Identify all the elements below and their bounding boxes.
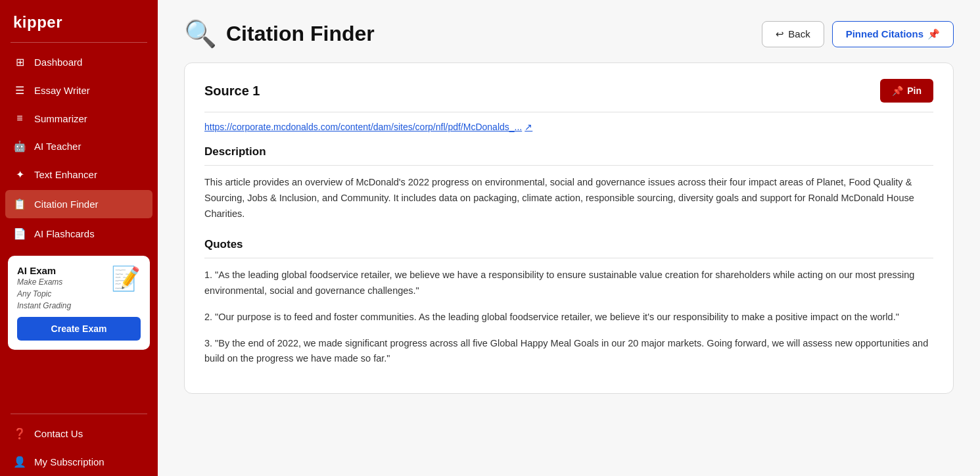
quote-item-1: 1. "As the leading global foodservice re… <box>204 268 933 299</box>
description-heading: Description <box>204 145 933 158</box>
back-button[interactable]: ↩ Back <box>762 21 824 47</box>
quote-item-2: 2. "Our purpose is to feed and foster co… <box>204 310 933 325</box>
sidebar-item-contact-us[interactable]: ❓ Contact Us <box>0 419 158 448</box>
ai-exam-subtitle: Make Exams Any Topic Instant Grading <box>17 276 71 312</box>
sidebar: kipper ⊞ Dashboard ☰ Essay Writer ≡ Summ… <box>0 0 158 476</box>
pinned-citations-button[interactable]: Pinned Citations 📌 <box>832 21 954 47</box>
back-arrow-icon: ↩ <box>776 28 784 40</box>
quotes-heading: Quotes <box>204 238 933 251</box>
sidebar-item-label: My Subscription <box>34 456 105 467</box>
main-content: 🔍 Citation Finder ↩ Back Pinned Citation… <box>158 0 980 476</box>
contact-us-icon: ❓ <box>13 427 26 440</box>
page-header: 🔍 Citation Finder ↩ Back Pinned Citation… <box>158 0 980 62</box>
description-divider <box>204 165 933 166</box>
create-exam-button[interactable]: Create Exam <box>17 317 141 341</box>
sidebar-item-label: AI Teacher <box>34 141 81 152</box>
ai-exam-title: AI Exam <box>17 265 71 276</box>
citation-finder-header-icon: 🔍 <box>184 18 217 49</box>
pinned-button-label: Pinned Citations <box>846 28 923 39</box>
sidebar-item-essay-writer[interactable]: ☰ Essay Writer <box>0 76 158 105</box>
citation-finder-icon: 📋 <box>13 198 26 210</box>
dashboard-icon: ⊞ <box>13 56 26 68</box>
header-actions: ↩ Back Pinned Citations 📌 <box>762 21 954 47</box>
page-title: Citation Finder <box>226 22 375 46</box>
sidebar-item-text-enhancer[interactable]: ✦ Text Enhancer <box>0 160 158 189</box>
page-title-area: 🔍 Citation Finder <box>184 18 375 49</box>
source-url-text: https://corporate.mcdonalds.com/content/… <box>204 122 522 132</box>
back-button-label: Back <box>788 28 810 39</box>
quotes-section: Quotes 1. "As the leading global foodser… <box>204 238 933 368</box>
ai-flashcards-icon: 📄 <box>13 227 26 240</box>
sidebar-item-label: AI Flashcards <box>34 228 95 239</box>
sidebar-item-label: Summarizer <box>34 113 87 124</box>
sidebar-bottom-divider <box>11 414 147 414</box>
sidebar-item-citation-finder[interactable]: 📋 Citation Finder <box>5 190 152 218</box>
pin-icon: 📌 <box>927 28 940 40</box>
sidebar-item-dashboard[interactable]: ⊞ Dashboard <box>0 48 158 76</box>
sidebar-divider <box>11 42 147 43</box>
ai-exam-card: AI Exam Make Exams Any Topic Instant Gra… <box>8 256 150 350</box>
sidebar-item-ai-teacher[interactable]: 🤖 AI Teacher <box>0 132 158 160</box>
external-link-icon: ↗ <box>525 122 532 132</box>
summarizer-icon: ≡ <box>13 112 26 124</box>
source-header: Source 1 📌 Pin <box>204 79 933 103</box>
text-enhancer-icon: ✦ <box>13 168 26 181</box>
source-title: Source 1 <box>204 83 260 99</box>
pin-button-icon: 📌 <box>892 85 903 96</box>
app-logo: kipper <box>0 0 158 42</box>
sidebar-item-label: Essay Writer <box>34 85 90 96</box>
source-url-link[interactable]: https://corporate.mcdonalds.com/content/… <box>204 122 933 132</box>
ai-exam-emoji: 📝 <box>111 265 141 293</box>
description-text: This article provides an overview of McD… <box>204 175 933 222</box>
sidebar-item-ai-flashcards[interactable]: 📄 AI Flashcards <box>0 220 158 248</box>
pin-button-label: Pin <box>907 85 922 96</box>
sidebar-item-label: Contact Us <box>34 428 83 439</box>
sidebar-item-summarizer[interactable]: ≡ Summarizer <box>0 105 158 132</box>
essay-writer-icon: ☰ <box>13 84 26 97</box>
pin-button[interactable]: 📌 Pin <box>880 79 933 103</box>
ai-teacher-icon: 🤖 <box>13 140 26 153</box>
sidebar-item-label: Text Enhancer <box>34 169 97 180</box>
quotes-divider <box>204 258 933 258</box>
sidebar-bottom: ❓ Contact Us 👤 My Subscription <box>0 414 158 476</box>
sidebar-item-label: Dashboard <box>34 57 82 68</box>
source-card: Source 1 📌 Pin https://corporate.mcdonal… <box>184 62 954 394</box>
sidebar-item-label: Citation Finder <box>34 199 99 210</box>
my-subscription-icon: 👤 <box>13 456 26 468</box>
source-header-divider <box>204 112 933 112</box>
quote-item-3: 3. "By the end of 2022, we made signific… <box>204 336 933 368</box>
sidebar-item-my-subscription[interactable]: 👤 My Subscription <box>0 448 158 476</box>
